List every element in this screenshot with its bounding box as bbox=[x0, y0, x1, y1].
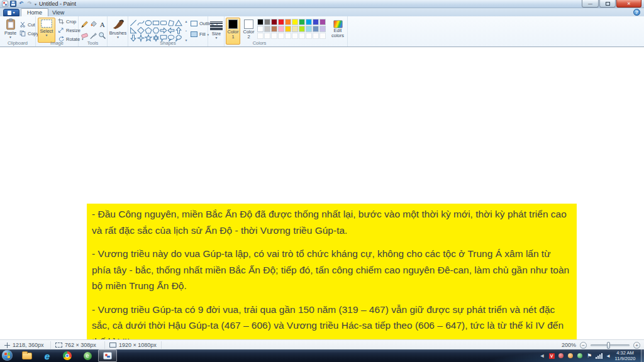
palette-color-99d9ea[interactable] bbox=[306, 26, 312, 32]
explorer-icon[interactable] bbox=[18, 349, 36, 362]
right-arrow-shape[interactable] bbox=[160, 26, 167, 34]
close-button[interactable]: ✕ bbox=[616, 0, 641, 8]
redo-icon[interactable]: ↷ bbox=[26, 1, 33, 7]
diamond-shape[interactable] bbox=[137, 26, 145, 34]
show-desktop-button[interactable] bbox=[641, 349, 644, 362]
zoom-out-button[interactable]: − bbox=[580, 342, 587, 349]
palette-color-ffc90e[interactable] bbox=[285, 26, 291, 32]
palette-empty-slot[interactable] bbox=[292, 33, 298, 39]
line-shape[interactable] bbox=[130, 19, 137, 26]
palette-empty-slot[interactable] bbox=[319, 33, 326, 39]
palette-empty-slot[interactable] bbox=[264, 33, 270, 39]
save-icon[interactable] bbox=[10, 1, 16, 7]
palette-color-a349a4[interactable] bbox=[319, 19, 326, 25]
action-center-flag-icon[interactable]: ⚑ bbox=[586, 353, 592, 359]
start-button[interactable] bbox=[2, 350, 13, 361]
zoom-slider[interactable] bbox=[591, 344, 630, 346]
palette-empty-slot[interactable] bbox=[306, 33, 312, 39]
curve-shape[interactable] bbox=[137, 19, 145, 26]
right-triangle-shape[interactable] bbox=[130, 26, 137, 34]
paste-button[interactable]: Paste ▼ bbox=[2, 18, 19, 43]
palette-empty-slot[interactable] bbox=[299, 33, 305, 39]
palette-color-c3c3c3[interactable] bbox=[264, 26, 270, 32]
tab-view[interactable]: View bbox=[47, 8, 70, 16]
zoom-in-button[interactable]: + bbox=[633, 342, 640, 349]
group-colors: Color 1 Color 2 Edit colors Colors bbox=[225, 16, 348, 47]
undo-icon[interactable]: ↶ bbox=[18, 1, 25, 7]
polygon-shape[interactable] bbox=[167, 19, 175, 26]
brushes-button[interactable]: Brushes ▼ bbox=[109, 18, 127, 45]
qat-dropdown-icon[interactable]: ▾ bbox=[35, 2, 36, 6]
rounded-rectangle-shape[interactable] bbox=[160, 19, 167, 26]
select-button[interactable]: Select ▼ bbox=[38, 18, 55, 43]
taskbar-clock[interactable]: 4:32 AM 11/9/2020 bbox=[611, 350, 639, 361]
paint-menu-button[interactable]: ▾ bbox=[3, 9, 19, 16]
palette-empty-slot[interactable] bbox=[257, 33, 264, 39]
clock-date: 11/9/2020 bbox=[611, 356, 639, 361]
palette-color-7092be[interactable] bbox=[313, 26, 319, 32]
pencil-icon[interactable] bbox=[80, 19, 89, 28]
eraser-icon[interactable] bbox=[80, 31, 89, 40]
pentagon-shape[interactable] bbox=[145, 26, 152, 34]
internet-explorer-icon[interactable]: e bbox=[38, 349, 57, 362]
palette-color-880015[interactable] bbox=[271, 19, 277, 25]
shapes-scrollbar[interactable]: ▲ • ▼ bbox=[184, 19, 189, 42]
palette-color-fff200[interactable] bbox=[292, 19, 298, 25]
help-icon[interactable]: ? bbox=[633, 9, 640, 16]
unikey-tray-icon[interactable]: V bbox=[549, 353, 555, 359]
cut-button[interactable]: Cut bbox=[19, 21, 35, 28]
palette-empty-slot[interactable] bbox=[271, 33, 277, 39]
crop-button[interactable]: Crop bbox=[58, 18, 76, 25]
maximize-button[interactable] bbox=[599, 0, 616, 8]
fill-icon bbox=[191, 31, 197, 37]
antivirus-icon[interactable] bbox=[577, 353, 582, 358]
minimize-button[interactable]: — bbox=[582, 0, 599, 8]
group-tools: A Tools bbox=[79, 16, 108, 47]
eyedropper-icon[interactable] bbox=[89, 31, 97, 40]
resize-button[interactable]: Resize bbox=[58, 27, 80, 33]
palette-color-00a2e8[interactable] bbox=[306, 19, 312, 25]
triangle-shape[interactable] bbox=[175, 19, 182, 26]
drawing-canvas[interactable]: - Đầu Công nguyên, miền Bắc Ấn Độ đã đượ… bbox=[0, 48, 644, 339]
scroll-up-icon[interactable]: ▲ bbox=[185, 19, 188, 23]
palette-color-ffffff[interactable] bbox=[257, 26, 264, 32]
palette-color-ffaec9[interactable] bbox=[278, 26, 284, 32]
palette-empty-slot[interactable] bbox=[313, 33, 319, 39]
fill-bucket-icon[interactable] bbox=[89, 19, 97, 28]
text-icon[interactable]: A bbox=[97, 19, 106, 28]
palette-color-b5e61d[interactable] bbox=[299, 26, 305, 32]
palette-color-b97a57[interactable] bbox=[271, 26, 277, 32]
size-button[interactable]: Size ▼ bbox=[209, 18, 224, 44]
palette-color-000000[interactable] bbox=[257, 19, 264, 25]
rectangle-shape[interactable] bbox=[152, 19, 160, 26]
left-arrow-shape[interactable] bbox=[167, 26, 175, 34]
app-tray-icon-1[interactable] bbox=[558, 353, 564, 358]
tab-home[interactable]: Home bbox=[21, 8, 48, 16]
palette-color-7f7f7f[interactable] bbox=[264, 19, 270, 25]
group-brushes: Brushes ▼ bbox=[108, 16, 128, 47]
hexagon-shape[interactable] bbox=[152, 26, 160, 34]
paint-app-icon bbox=[2, 1, 8, 7]
edit-colors-button[interactable]: Edit colors bbox=[329, 18, 347, 45]
scroll-mid-icon[interactable]: • bbox=[186, 29, 187, 33]
palette-color-22b14c[interactable] bbox=[299, 19, 305, 25]
app-tray-icon-2[interactable] bbox=[568, 353, 573, 358]
oval-shape[interactable] bbox=[145, 19, 152, 26]
chrome-icon[interactable] bbox=[58, 349, 77, 362]
unikey-app-icon[interactable]: e bbox=[78, 349, 97, 362]
palette-color-c8bfe7[interactable] bbox=[319, 26, 326, 32]
zoom-slider-thumb[interactable] bbox=[607, 342, 610, 349]
palette-color-3f48cc[interactable] bbox=[313, 19, 319, 25]
palette-empty-slot[interactable] bbox=[278, 33, 284, 39]
volume-muted-icon[interactable]: ◄ bbox=[539, 353, 545, 359]
network-icon[interactable] bbox=[596, 353, 602, 359]
volume-icon[interactable]: ◄ bbox=[605, 353, 611, 359]
palette-empty-slot[interactable] bbox=[285, 33, 291, 39]
paint-taskbar-button[interactable] bbox=[98, 349, 117, 362]
palette-color-efe4b0[interactable] bbox=[292, 26, 298, 32]
fill-button[interactable]: Fill ▾ bbox=[191, 31, 209, 37]
up-arrow-shape[interactable] bbox=[175, 26, 182, 34]
palette-color-ed1c24[interactable] bbox=[278, 19, 284, 25]
magnifier-icon[interactable] bbox=[97, 31, 106, 40]
palette-color-ff7f27[interactable] bbox=[285, 19, 291, 25]
